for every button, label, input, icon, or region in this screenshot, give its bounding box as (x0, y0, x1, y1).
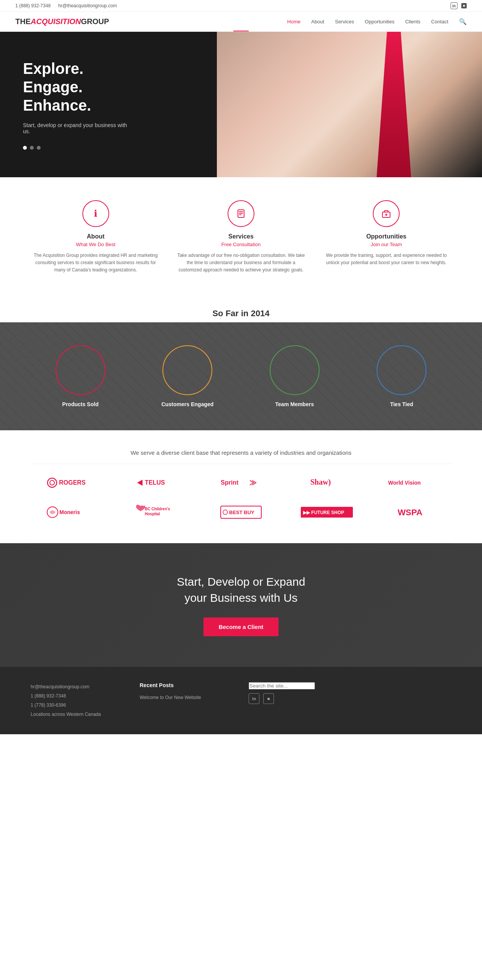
hero-background-image (217, 32, 482, 177)
feature-about-desc: The Acquisition Group provides integrate… (31, 252, 161, 274)
svg-text:Shaw): Shaw) (310, 478, 331, 487)
feature-about-subtitle: What We Do Best (31, 242, 161, 247)
clients-intro: We serve a diverse client base that repr… (0, 430, 482, 464)
hero-dot-1[interactable] (23, 146, 27, 150)
footer-linkedin-icon[interactable]: in (249, 693, 259, 704)
svg-text:TELUS: TELUS (145, 479, 165, 486)
features-section: ℹ About What We Do Best The Acquisition … (0, 177, 482, 297)
logo-bc-childrens: BC Children's Hospital (130, 503, 180, 524)
footer-post-link[interactable]: Welcome to Our New Website (140, 695, 201, 700)
rss-icon[interactable]: ■ (461, 3, 467, 8)
stat-customers-engaged: Customers Engaged (138, 345, 238, 407)
footer-recent-posts: Recent Posts Welcome to Our New Website (140, 682, 234, 701)
cta-title: Start, Develop or Expand your Business w… (15, 574, 467, 606)
stat-circle-products (56, 345, 105, 395)
feature-opps-subtitle: Join our Team (321, 242, 451, 247)
svg-text:WSPA: WSPA (398, 508, 422, 517)
footer-social: in ■ (249, 693, 343, 704)
footer: hr@theacquisitiongroup.com 1 (888) 932-7… (0, 667, 482, 734)
hero-content: Explore. Engage. Enhance. Start, develop… (0, 36, 153, 173)
hero-section: Explore. Engage. Enhance. Start, develop… (0, 32, 482, 177)
footer-contact: hr@theacquisitiongroup.com 1 (888) 932-7… (31, 682, 125, 719)
svg-text:Sprint: Sprint (221, 479, 239, 486)
nav-home[interactable]: Home (287, 19, 301, 24)
footer-address: Locations across Western Canada (31, 710, 125, 719)
logo[interactable]: THEACQUISITIONGROUP (15, 17, 109, 26)
feature-services-desc: Take advantage of our free no-obligation… (176, 252, 306, 274)
hero-dot-3[interactable] (37, 146, 41, 150)
top-bar: 1 (888) 932-7348 hr@theacquisitiongroup.… (0, 0, 482, 12)
logo-sprint: Sprint (220, 476, 262, 491)
svg-text:▶▶ FUTURE SHOP: ▶▶ FUTURE SHOP (303, 510, 344, 515)
cta-section: Start, Develop or Expand your Business w… (0, 543, 482, 667)
nav-contact[interactable]: Contact (431, 19, 448, 24)
feature-about: ℹ About What We Do Best The Acquisition … (31, 200, 161, 274)
nav-clients[interactable]: Clients (405, 19, 420, 24)
features-grid: ℹ About What We Do Best The Acquisition … (31, 200, 451, 274)
svg-text:ROGERS: ROGERS (59, 479, 86, 486)
feature-opportunities: Opportunities Join our Team We provide t… (321, 200, 451, 274)
logo-future-shop: ▶▶ FUTURE SHOP (300, 505, 354, 521)
feature-services-title: Services (176, 233, 306, 240)
nav-links: Home About Services Opportunities Client… (287, 18, 467, 25)
footer-phone1: 1 (888) 932-7348 (31, 691, 125, 701)
footer-email: hr@theacquisitiongroup.com (31, 682, 125, 691)
stat-circle-team (270, 345, 320, 395)
phone-number: 1 (888) 932-7348 (15, 3, 51, 8)
hero-tie-graphic (359, 32, 428, 177)
stat-ties-tied: Ties Tied (352, 345, 452, 407)
logo-world-vision: World Vision (387, 476, 437, 491)
svg-text:BC Children's: BC Children's (145, 507, 170, 511)
stat-label-customers: Customers Engaged (138, 401, 238, 407)
feature-opps-title: Opportunities (321, 233, 451, 240)
svg-text:World Vision: World Vision (388, 480, 421, 486)
footer-search-area: in ■ (249, 682, 343, 704)
hero-title: Explore. Engage. Enhance. (23, 59, 130, 114)
stat-circle-ties (377, 345, 426, 395)
stat-circle-customers (162, 345, 212, 395)
cta-title-line2: your Business with Us (15, 590, 467, 606)
about-icon: ℹ (82, 200, 109, 227)
logo-shaw: Shaw) (310, 475, 344, 491)
stat-products-sold: Products Sold (31, 345, 130, 407)
opportunities-icon (373, 200, 400, 227)
top-bar-social: in ■ (451, 2, 467, 9)
become-client-button[interactable]: Become a Client (203, 617, 279, 636)
stat-label-ties: Ties Tied (352, 401, 452, 407)
nav-services[interactable]: Services (335, 19, 354, 24)
navbar: THEACQUISITIONGROUP Home About Services … (0, 12, 482, 32)
hero-title-line3: Enhance. (23, 96, 130, 114)
so-far-title: So Far in 2014 (15, 309, 467, 318)
svg-point-8 (48, 478, 57, 487)
footer-rss-icon[interactable]: ■ (263, 693, 274, 704)
cta-title-line1: Start, Develop or Expand (15, 574, 467, 590)
top-bar-contact: 1 (888) 932-7348 hr@theacquisitiongroup.… (15, 3, 117, 8)
svg-point-9 (50, 480, 54, 485)
logo-moneris: Moneris (45, 505, 95, 522)
hero-subtitle: Start, develop or expand your business w… (23, 122, 130, 134)
svg-text:BEST BUY: BEST BUY (229, 510, 254, 515)
hero-title-line2: Engage. (23, 78, 130, 96)
logo-group: GROUP (81, 17, 109, 26)
svg-rect-1 (239, 211, 243, 212)
nav-about[interactable]: About (311, 19, 324, 24)
logo-wspa: WSPA (397, 505, 428, 521)
logo-the: THE (15, 17, 31, 26)
stat-label-team: Team Members (245, 401, 344, 407)
stats-section: Products Sold Customers Engaged Team Mem… (0, 322, 482, 430)
hero-dots (23, 146, 130, 150)
hero-title-line1: Explore. (23, 59, 130, 78)
hero-dot-2[interactable] (30, 146, 34, 150)
footer-posts-title: Recent Posts (140, 682, 234, 688)
footer-search-input[interactable] (249, 682, 315, 689)
clients-intro-text: We serve a diverse client base that repr… (15, 449, 467, 456)
feature-about-title: About (31, 233, 161, 240)
nav-opportunities[interactable]: Opportunities (365, 19, 394, 24)
stat-label-products: Products Sold (31, 401, 130, 407)
logo-telus: TELUS (134, 476, 176, 491)
svg-text:Moneris: Moneris (59, 509, 80, 515)
client-logos-section: ROGERS TELUS Sprint Shaw) World Vision M… (0, 464, 482, 543)
linkedin-icon[interactable]: in (451, 2, 457, 9)
search-icon[interactable]: 🔍 (459, 18, 467, 25)
feature-services-subtitle: Free Consultation (176, 242, 306, 247)
